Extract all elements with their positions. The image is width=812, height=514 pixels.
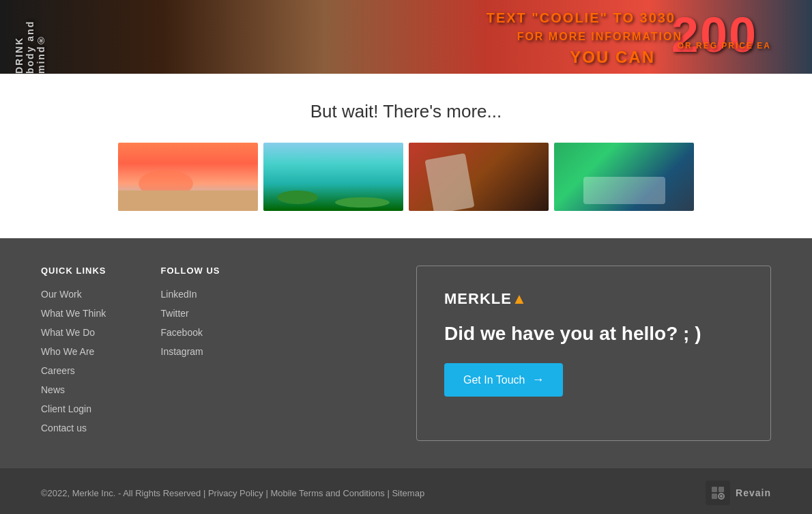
merkle-logo-text: MERKLE	[444, 290, 512, 308]
hero-text-sub2: YOU CAN	[570, 48, 655, 67]
copyright-text: ©2022, Merkle Inc. - All Rights Reserved…	[41, 488, 424, 498]
who-we-are-link[interactable]: Who We Are	[41, 346, 94, 357]
list-item: Facebook	[161, 326, 220, 339]
image-card-reading[interactable]	[409, 143, 549, 211]
cta-heading: Did we have you at hello? ; )	[444, 322, 743, 346]
arrow-icon: →	[532, 373, 544, 387]
list-item: What We Do	[41, 326, 106, 339]
list-item: What We Think	[41, 307, 106, 319]
bottom-bar: ©2022, Merkle Inc. - All Rights Reserved…	[0, 468, 812, 514]
image-card-event[interactable]	[554, 143, 694, 211]
reading-image	[409, 143, 549, 211]
cta-box: MERKLE▲ Did we have you at hello? ; ) Ge…	[416, 266, 771, 441]
hero-text-sub1: FOR MORE INFORMATION	[517, 31, 682, 43]
event-image	[554, 143, 694, 211]
footer-left: Quick Links Our Work What We Think What …	[41, 266, 416, 441]
facebook-link[interactable]: Facebook	[161, 327, 203, 338]
follow-us-heading: Follow Us	[161, 266, 220, 276]
instagram-link[interactable]: Instagram	[161, 346, 203, 357]
hero-banner-inner: DRINKbody and mind® 200 TEXT "COOLIE" TO…	[0, 0, 812, 74]
sitemap-link[interactable]: Sitemap	[392, 488, 424, 498]
hero-drink-text: DRINKbody and mind®	[14, 14, 46, 74]
image-card-beach[interactable]	[118, 143, 258, 211]
list-item: Client Login	[41, 403, 106, 415]
hero-banner: DRINKbody and mind® 200 TEXT "COOLIE" TO…	[0, 0, 812, 74]
list-item: Who We Are	[41, 345, 106, 358]
quick-links-column: Quick Links Our Work What We Think What …	[41, 266, 106, 441]
merkle-logo: MERKLE▲	[444, 290, 743, 308]
list-item: LinkedIn	[161, 288, 220, 300]
list-item: Instagram	[161, 345, 220, 358]
our-work-link[interactable]: Our Work	[41, 289, 82, 300]
image-card-aerial[interactable]	[263, 143, 403, 211]
hero-price: 200	[671, 7, 757, 63]
revain-icon	[706, 481, 730, 505]
what-we-do-link[interactable]: What We Do	[41, 327, 95, 338]
follow-us-column: Follow Us LinkedIn Twitter Facebook Inst…	[161, 266, 220, 441]
get-in-touch-button[interactable]: Get In Touch →	[444, 363, 563, 397]
list-item: Contact us	[41, 422, 106, 434]
copyright-label: ©2022, Merkle Inc. - All Rights Reserved…	[41, 488, 208, 498]
more-section: But wait! There's more...	[0, 74, 812, 238]
hero-reg-price: OR REG PRICE EA	[678, 41, 771, 51]
privacy-policy-link[interactable]: Privacy Policy	[208, 488, 263, 498]
careers-link[interactable]: Careers	[41, 365, 75, 376]
aerial-image	[263, 143, 403, 211]
what-we-think-link[interactable]: What We Think	[41, 308, 106, 319]
svg-point-4	[720, 495, 723, 498]
separator-1: |	[263, 488, 271, 498]
quick-links-list: Our Work What We Think What We Do Who We…	[41, 288, 106, 434]
list-item: News	[41, 384, 106, 396]
beach-image	[118, 143, 258, 211]
footer: Quick Links Our Work What We Think What …	[0, 238, 812, 468]
news-link[interactable]: News	[41, 384, 65, 395]
list-item: Careers	[41, 365, 106, 377]
more-section-title: But wait! There's more...	[14, 101, 798, 122]
quick-links-heading: Quick Links	[41, 266, 106, 276]
get-in-touch-label: Get In Touch	[463, 374, 525, 386]
merkle-logo-accent: ▲	[512, 290, 527, 308]
hero-text-main: TEXT "COOLIE" TO 3030	[487, 10, 676, 26]
list-item: Our Work	[41, 288, 106, 300]
follow-us-list: LinkedIn Twitter Facebook Instagram	[161, 288, 220, 358]
svg-rect-0	[712, 487, 717, 492]
svg-rect-1	[719, 487, 724, 492]
images-grid	[14, 143, 798, 211]
twitter-link[interactable]: Twitter	[161, 308, 189, 319]
mobile-terms-link[interactable]: Mobile Terms and Conditions	[270, 488, 384, 498]
revain-label: Revain	[736, 487, 771, 498]
client-login-link[interactable]: Client Login	[41, 403, 91, 414]
list-item: Twitter	[161, 307, 220, 319]
separator-2: |	[385, 488, 392, 498]
contact-us-link[interactable]: Contact us	[41, 423, 87, 433]
linkedin-link[interactable]: LinkedIn	[161, 289, 197, 300]
svg-rect-2	[712, 494, 717, 499]
revain-badge: Revain	[706, 481, 771, 505]
